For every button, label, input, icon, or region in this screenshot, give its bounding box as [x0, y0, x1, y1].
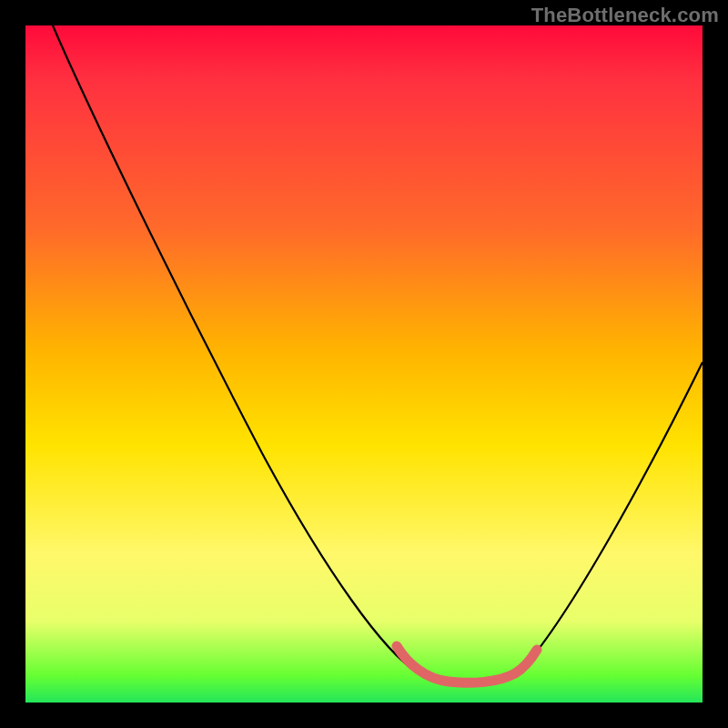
watermark-text: TheBottleneck.com: [531, 4, 719, 27]
bottleneck-curve: [53, 25, 703, 682]
optimal-range-marker: [397, 646, 537, 682]
chart-svg: [25, 25, 703, 703]
chart-frame: TheBottleneck.com: [0, 0, 728, 728]
plot-area: [25, 25, 703, 703]
